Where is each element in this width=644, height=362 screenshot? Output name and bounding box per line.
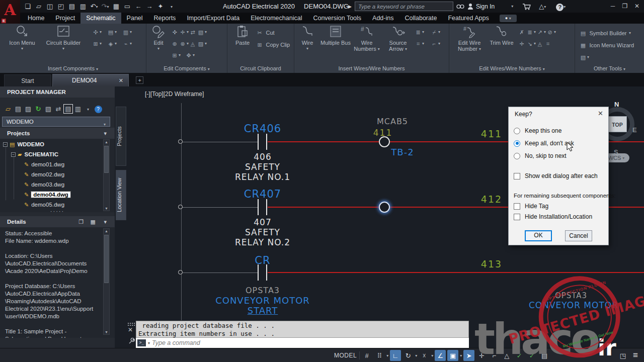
tab-electromechanical[interactable]: Electromechanical bbox=[245, 13, 307, 24]
radio-icon-selected[interactable] bbox=[514, 140, 520, 147]
tab-project[interactable]: Project bbox=[50, 13, 80, 24]
checkbox-hide-tag[interactable]: Hide Tag bbox=[514, 203, 548, 210]
icon-menu-wizard-icon[interactable]: ▦ bbox=[579, 42, 587, 49]
polar-tracking-icon[interactable]: ↻ bbox=[403, 350, 414, 361]
copy-clip-icon[interactable]: ⊞ bbox=[256, 41, 264, 49]
selection-cursor-icon[interactable]: ➤ bbox=[463, 350, 474, 361]
save-as-icon[interactable]: ◰ bbox=[55, 0, 66, 13]
open-folder-icon[interactable]: ▱ bbox=[33, 0, 44, 13]
flip-wire-number-tool-icon[interactable]: ◬ bbox=[536, 40, 544, 48]
ok-button[interactable]: OK bbox=[525, 230, 552, 241]
stretch-wire-tool-icon[interactable]: ↗ bbox=[536, 29, 544, 36]
details-scrollbar[interactable]: ▲ ▼ bbox=[103, 228, 110, 335]
scrollbar-thumb[interactable] bbox=[104, 235, 109, 283]
splitter-handle[interactable]: ····· bbox=[32, 208, 83, 214]
scroll-up-icon[interactable]: ▲ bbox=[104, 140, 109, 144]
details-section-header[interactable]: Details ❐ ▦ ▾ bbox=[0, 216, 115, 227]
tree-node-project[interactable]: −▤WDDEMO bbox=[3, 141, 44, 148]
open-project-icon[interactable]: ▱ bbox=[3, 103, 13, 116]
viewcube-east[interactable]: E bbox=[632, 126, 637, 134]
insert-plc-tool-icon[interactable]: ▥ bbox=[122, 29, 130, 36]
edit-wire-number-button[interactable]: # Edit Wire Number ▾ bbox=[451, 25, 488, 52]
wire-type-tool-icon[interactable]: ⌗ bbox=[544, 40, 552, 48]
align-tool-icon[interactable]: ▧ bbox=[197, 29, 205, 36]
cut-icon[interactable]: ✂ bbox=[256, 29, 264, 37]
binoculars-search-icon[interactable] bbox=[456, 3, 464, 10]
new-drawing-tab-button[interactable]: ＋ bbox=[136, 76, 143, 84]
command-input[interactable] bbox=[152, 339, 469, 346]
app-store-icon[interactable]: △▾ bbox=[539, 3, 546, 10]
insert-component-tool-icon[interactable]: ✣ bbox=[92, 29, 100, 36]
project-select-dropdown[interactable]: WDDEMO▾ bbox=[2, 117, 110, 127]
radio-skip-to-next[interactable]: No, skip to next bbox=[514, 152, 567, 159]
delete-wire-number-tool-icon[interactable]: ✗ bbox=[518, 29, 526, 36]
polar-caret-icon[interactable]: ▾ bbox=[415, 353, 417, 358]
scroll-up-icon[interactable]: ▲ bbox=[104, 229, 109, 233]
circuit-builder-button[interactable]: Circuit Builder▾ bbox=[43, 25, 84, 52]
toolbar-overflow-icon[interactable]: ▾ bbox=[83, 103, 93, 116]
tab-home[interactable]: Home bbox=[22, 13, 50, 24]
checkbox-icon[interactable] bbox=[514, 203, 520, 210]
help-button[interactable]: ?▾ bbox=[556, 2, 566, 11]
checkbox-hide-installation-location[interactable]: Hide Installation/Location bbox=[514, 213, 592, 220]
tab-add-ins[interactable]: Add-ins bbox=[367, 13, 399, 24]
symbol-builder-label[interactable]: Symbol Builder bbox=[589, 30, 626, 36]
search-input[interactable] bbox=[358, 4, 450, 10]
close-button[interactable]: ✕ bbox=[631, 0, 643, 13]
object-snap-icon[interactable]: ▣ bbox=[447, 350, 458, 361]
file-tab-start[interactable]: Start bbox=[4, 74, 51, 86]
command-input-row[interactable]: >_ ▾ bbox=[136, 338, 469, 348]
tab-reports[interactable]: Reports bbox=[148, 13, 182, 24]
viewcube-top-face[interactable]: TOP bbox=[608, 116, 627, 132]
attributes-tool-icon[interactable]: ⊞ bbox=[171, 52, 179, 59]
delete-tool-icon[interactable]: ▨ bbox=[197, 40, 205, 48]
checkbox-show-edit-dialog[interactable]: Show edit dialog after each bbox=[514, 172, 598, 179]
move-attr-tool-icon[interactable]: ✥ bbox=[185, 52, 193, 59]
redo-icon[interactable]: ↷▾ bbox=[100, 0, 111, 13]
minimize-button[interactable]: ─ bbox=[607, 0, 619, 13]
insert-splice-tool-icon[interactable]: ⌁ bbox=[122, 40, 130, 48]
tree-node-drawing[interactable]: ✎demo02.dwg bbox=[24, 171, 64, 178]
wire-gap-tool-icon[interactable]: ⌿ bbox=[430, 29, 438, 36]
panel-title-edit-wires[interactable]: Edit Wires/Wire Numbers ▾ bbox=[449, 65, 575, 71]
image-frame-icon[interactable]: ▤ bbox=[539, 350, 550, 361]
transparency-icon[interactable]: ⌐ bbox=[489, 350, 500, 361]
radio-icon[interactable] bbox=[514, 128, 520, 134]
drawing-list-icon[interactable]: ▤ bbox=[63, 104, 73, 114]
project-wide-icon[interactable]: ⇄ bbox=[53, 103, 63, 116]
move-tool-icon[interactable]: ✛ bbox=[179, 29, 187, 36]
icon-menu-wizard-label[interactable]: Icon Menu Wizard bbox=[589, 42, 634, 48]
snap-caret-icon[interactable]: ▾ bbox=[386, 353, 388, 358]
save-icon[interactable]: ◫ bbox=[44, 0, 55, 13]
print-icon[interactable]: ▦ bbox=[111, 0, 122, 13]
tab-featured-apps[interactable]: Featured Apps bbox=[442, 13, 494, 24]
viewport-controls[interactable]: [-][Top][2D Wireframe] bbox=[145, 90, 204, 98]
tree-node-drawing-selected[interactable]: ✎demo04.dwg bbox=[24, 192, 70, 198]
details-file-icon[interactable]: ❐ bbox=[78, 216, 84, 227]
screencast-icon[interactable]: ● ▾ bbox=[500, 15, 517, 22]
retag-tool-icon[interactable]: ◬ bbox=[189, 40, 197, 48]
panel-title-edit-components[interactable]: Edit Components ▾ bbox=[146, 65, 227, 71]
transfer-icon[interactable]: ▥ bbox=[77, 0, 89, 13]
refresh-icon[interactable]: ↻ bbox=[33, 103, 43, 116]
details-preview-icon[interactable]: ▦ bbox=[91, 216, 96, 227]
command-close-icon[interactable]: ✕ bbox=[128, 326, 133, 333]
radio-keep-all[interactable]: Keep all, don't ask bbox=[514, 140, 574, 147]
new-project-icon[interactable]: ▤ bbox=[13, 103, 23, 116]
tab-conversion-tools[interactable]: Conversion Tools bbox=[307, 13, 367, 24]
ladder-tool-icon[interactable]: ≣ bbox=[414, 29, 422, 36]
bend-wire-tool-icon[interactable]: ↘ bbox=[526, 40, 534, 48]
command-history[interactable]: reading project database file . . .Extra… bbox=[136, 321, 469, 338]
tab-import-export[interactable]: Import/Export Data bbox=[181, 13, 245, 24]
ortho-mode-icon[interactable]: ∟ bbox=[390, 350, 401, 361]
annotation-visibility-icon[interactable]: ✓ bbox=[514, 350, 525, 361]
radio-keep-this-one[interactable]: Keep this one bbox=[514, 127, 561, 134]
panel-title-circuit-clipboard[interactable]: Circuit Clipboard bbox=[227, 65, 294, 71]
tree-node-drawing[interactable]: ✎demo03.dwg bbox=[24, 182, 64, 188]
checkbox-icon[interactable] bbox=[514, 214, 520, 220]
file-tab-demo04[interactable]: DEMO04✕ bbox=[52, 74, 129, 86]
cancel-button[interactable]: Cancel bbox=[565, 230, 592, 241]
tree-node-drawing[interactable]: ✎demo01.dwg bbox=[24, 161, 64, 168]
update-retag-icon[interactable]: ▧ bbox=[43, 103, 53, 116]
customization-menu-icon[interactable]: ≡ bbox=[630, 350, 641, 361]
